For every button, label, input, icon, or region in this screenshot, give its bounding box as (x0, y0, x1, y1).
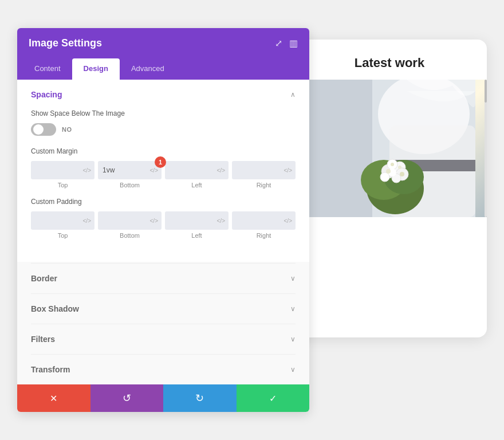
margin-input-grid: </> </> 1 </> (31, 161, 296, 179)
padding-right-label: Right (232, 232, 296, 239)
padding-left-label: Left (165, 232, 229, 239)
filters-chevron-icon: ∨ (290, 335, 296, 343)
margin-labels: Top Bottom Left Right (31, 182, 296, 188)
svg-point-15 (386, 169, 391, 174)
toggle-state-label: NO (62, 126, 72, 133)
transform-chevron-icon: ∨ (290, 366, 296, 374)
panel-body: Spacing ∧ Show Space Below The Image NO … (17, 80, 309, 384)
border-chevron-icon: ∨ (290, 274, 296, 282)
redo-icon: ↻ (195, 392, 204, 404)
panel-header: Image Settings ⤢ ▥ (17, 28, 309, 58)
spacing-content: Spacing ∧ Show Space Below The Image NO … (17, 80, 309, 262)
border-section-header[interactable]: Border ∨ (17, 264, 309, 293)
padding-left-wrapper: </> (165, 211, 229, 230)
panel-title: Image Settings (29, 37, 102, 49)
padding-input-grid: </> </> </> </> (31, 211, 296, 230)
preview-image-svg (292, 80, 487, 217)
padding-labels: Top Bottom Left Right (31, 232, 296, 239)
margin-right-wrapper: </> (232, 161, 296, 179)
svg-point-17 (391, 163, 394, 166)
preview-title: Latest work (292, 40, 487, 80)
box-shadow-title: Box Shadow (31, 304, 79, 313)
margin-top-wrapper: </> (31, 161, 94, 179)
panel-footer: ✕ ↺ ↻ ✓ (17, 384, 309, 412)
spacing-section: Spacing ∧ Show Space Below The Image NO … (17, 80, 309, 262)
margin-top-label: Top (31, 182, 94, 188)
padding-top-label: Top (31, 232, 94, 239)
padding-bottom-link-icon: </> (150, 218, 158, 224)
transform-section-header[interactable]: Transform ∨ (17, 355, 309, 384)
tabs: Content Design Advanced (17, 58, 309, 80)
padding-top-link-icon: </> (83, 218, 91, 224)
main-container: Image Settings ⤢ ▥ Content Design Advanc… (17, 28, 487, 412)
cancel-icon: ✕ (50, 393, 57, 404)
margin-right-label: Right (232, 182, 296, 188)
save-icon: ✓ (269, 393, 277, 404)
split-icon[interactable]: ▥ (289, 38, 298, 49)
margin-top-link-icon: </> (83, 167, 91, 174)
tab-advanced[interactable]: Advanced (120, 58, 176, 80)
svg-point-18 (400, 172, 404, 176)
toggle-knob (33, 124, 44, 135)
cancel-button[interactable]: ✕ (17, 384, 90, 412)
svg-point-16 (398, 166, 401, 169)
tab-design[interactable]: Design (72, 58, 120, 80)
margin-bottom-wrapper: </> 1 (98, 161, 162, 179)
margin-left-label: Left (165, 182, 229, 188)
undo-icon: ↺ (123, 392, 131, 404)
padding-right-wrapper: </> (232, 211, 296, 230)
margin-right-link-icon: </> (284, 167, 292, 174)
padding-right-link-icon: </> (284, 218, 292, 224)
transform-title: Transform (31, 365, 70, 374)
spacing-header[interactable]: Spacing ∧ (17, 80, 309, 109)
box-shadow-section-header[interactable]: Box Shadow ∨ (17, 294, 309, 324)
custom-padding-label: Custom Padding (31, 198, 296, 206)
undo-button[interactable]: ↺ (90, 384, 164, 412)
settings-panel: Image Settings ⤢ ▥ Content Design Advanc… (17, 28, 309, 412)
show-space-toggle[interactable] (31, 123, 56, 136)
box-shadow-chevron-icon: ∨ (290, 305, 296, 313)
preview-scrollbar[interactable] (485, 80, 487, 217)
margin-left-wrapper: </> (165, 161, 229, 179)
spacing-title: Spacing (31, 90, 62, 99)
custom-margin-label: Custom Margin (31, 147, 296, 155)
redo-button[interactable]: ↻ (163, 384, 237, 412)
save-button[interactable]: ✓ (237, 384, 310, 412)
scrollbar-thumb (485, 80, 487, 103)
preview-image (292, 80, 487, 217)
expand-icon[interactable]: ⤢ (275, 38, 282, 49)
svg-point-12 (380, 172, 389, 182)
border-title: Border (31, 274, 57, 283)
margin-badge: 1 (155, 156, 166, 168)
padding-top-wrapper: </> (31, 211, 94, 230)
spacing-chevron-icon: ∧ (290, 91, 296, 99)
preview-panel: Latest work (292, 40, 487, 337)
header-icons: ⤢ ▥ (275, 38, 298, 49)
filters-section-header[interactable]: Filters ∨ (17, 324, 309, 354)
padding-bottom-wrapper: </> (98, 211, 162, 230)
toggle-row: NO (31, 123, 296, 136)
filters-title: Filters (31, 335, 55, 344)
tab-content[interactable]: Content (23, 58, 72, 80)
padding-left-link-icon: </> (217, 218, 225, 224)
padding-bottom-label: Bottom (98, 232, 162, 239)
margin-left-link-icon: </> (217, 167, 225, 174)
show-space-label: Show Space Below The Image (31, 109, 296, 117)
margin-bottom-label: Bottom (98, 182, 162, 188)
margin-bottom-link-icon: </> (150, 167, 158, 174)
